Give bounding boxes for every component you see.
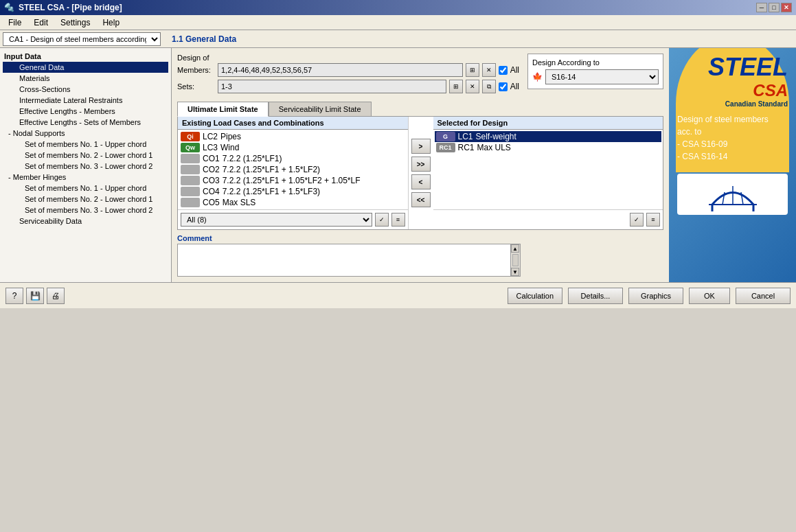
members-all-label: All — [510, 65, 519, 75]
tree-item-hinge-set1[interactable]: Set of members No. 1 - Upper chord — [3, 183, 168, 194]
existing-load-list: Qi LC2 Pipes Qw LC3 Wind CO1 7.2.2 — [178, 130, 408, 209]
selected-load-list: G LC1 Self-weight RC1 RC1 Max ULS — [433, 130, 663, 209]
item-code: CO5 — [203, 198, 220, 207]
sets-copy-btn[interactable]: ⧉ — [482, 80, 496, 93]
item-desc: Self-weight — [476, 132, 516, 141]
title-bar-left: 🔩 STEEL CSA - [Pipe bridge] — [4, 3, 122, 12]
members-row: Members: ⊞ ✕ All — [177, 63, 519, 77]
selected-panel-title: Selected for Design — [433, 117, 663, 130]
brand-canadian: Canadian Standard — [669, 100, 788, 108]
brand-steel: STEEL — [669, 54, 788, 81]
item-code: LC1 — [458, 132, 473, 141]
tree-item-materials[interactable]: Materials — [3, 73, 168, 84]
close-button[interactable]: ✕ — [781, 3, 792, 12]
bottom-left: ? 💾 🖨 — [5, 288, 65, 304]
design-according-dropdown[interactable]: S16-14 — [545, 69, 659, 84]
filter-dropdown[interactable]: All (8) — [181, 213, 372, 227]
load-cases-inner: Existing Load Cases and Combinations Qi … — [178, 117, 663, 229]
design-of-left: Design of Members: ⊞ ✕ All Sets: ⊞ ✕ — [177, 54, 519, 96]
branding-panel: STEEL CSA Canadian Standard Design of st… — [669, 48, 796, 282]
calculation-button[interactable]: Calculation — [508, 288, 562, 304]
selected-select-all-btn[interactable]: ✓ — [630, 213, 644, 227]
design-according-box: Design According to 🍁 S16-14 — [527, 54, 663, 89]
title-bar: 🔩 STEEL CSA - [Pipe bridge] ─ □ ✕ — [0, 0, 796, 15]
move-left-all-btn[interactable]: << — [411, 192, 431, 207]
members-select-btn[interactable]: ⊞ — [466, 63, 479, 77]
tab-ultimate[interactable]: Ultimate Limit State — [177, 102, 269, 117]
item-desc: Max SLS — [223, 198, 256, 207]
bottom-bar: ? 💾 🖨 Calculation Details... Graphics OK… — [0, 282, 796, 308]
toolbar-row: CA1 - Design of steel members according … — [0, 30, 796, 48]
save-icon-btn[interactable]: 💾 — [26, 288, 44, 304]
details-button[interactable]: Details... — [568, 288, 623, 304]
bridge-logo — [705, 177, 760, 211]
selected-item[interactable]: RC1 RC1 Max ULS — [435, 142, 662, 153]
tree-item-nodal-set1[interactable]: Set of members No. 1 - Upper chord — [3, 139, 168, 150]
ok-button[interactable]: OK — [689, 288, 730, 304]
list-item[interactable]: CO4 7.2.2 (1.25*LF1 + 1.5*LF3) — [179, 186, 407, 197]
item-code: CO4 — [203, 187, 220, 196]
sets-select-btn[interactable]: ⊞ — [449, 80, 463, 93]
menu-settings[interactable]: Settings — [55, 16, 95, 29]
badge-g: G — [436, 132, 455, 141]
list-item[interactable]: Qw LC3 Wind — [179, 142, 407, 153]
members-clear-btn[interactable]: ✕ — [482, 63, 496, 77]
tree-item-effective-lengths-sets[interactable]: Effective Lengths - Sets of Members — [3, 117, 168, 128]
help-icon-btn[interactable]: ? — [5, 288, 23, 304]
maximize-button[interactable]: □ — [769, 3, 780, 12]
item-desc: 7.2.2 (1.25*LF1 + 1.5*LF2) — [223, 165, 320, 174]
sets-input[interactable] — [218, 80, 446, 93]
tree-group-nodal-supports[interactable]: Nodal Supports — [3, 128, 168, 139]
sets-all-checkbox[interactable] — [499, 82, 508, 91]
sets-clear-btn[interactable]: ✕ — [466, 80, 479, 93]
move-right-btn[interactable]: > — [411, 139, 431, 154]
list-item[interactable]: CO5 Max SLS — [179, 197, 407, 208]
badge-co5 — [181, 198, 200, 207]
module-dropdown[interactable]: CA1 - Design of steel members according … — [3, 32, 161, 46]
minimize-button[interactable]: ─ — [756, 3, 767, 12]
tree-item-effective-lengths-members[interactable]: Effective Lengths - Members — [3, 106, 168, 117]
item-desc: 7.2.2 (1.25*LF1 + 1.5*LF3) — [223, 187, 320, 196]
sets-label: Sets: — [177, 82, 215, 91]
move-right-all-btn[interactable]: >> — [411, 157, 431, 172]
cancel-button[interactable]: Cancel — [736, 288, 791, 304]
move-left-btn[interactable]: < — [411, 174, 431, 189]
list-item[interactable]: CO3 7.2.2 (1.25*LF1 + 1.05*LF2 + 1.05*LF — [179, 175, 407, 186]
scroll-up-btn[interactable]: ▲ — [511, 244, 519, 253]
design-according-label: Design According to — [532, 58, 659, 67]
tree-item-nodal-set3[interactable]: Set of members No. 3 - Lower chord 2 — [3, 161, 168, 172]
item-code: CO2 — [203, 165, 220, 174]
tree-item-serviceability[interactable]: Serviceability Data — [3, 216, 168, 227]
list-item[interactable]: CO1 7.2.2 (1.25*LF1) — [179, 153, 407, 164]
select-all-btn[interactable]: ✓ — [375, 213, 389, 227]
selected-deselect-all-btn[interactable]: ≡ — [646, 213, 660, 227]
sets-all-checkbox-row: All — [499, 82, 519, 91]
design-of-section: Design of Members: ⊞ ✕ All Sets: ⊞ ✕ — [177, 54, 663, 96]
selected-item[interactable]: G LC1 Self-weight — [435, 131, 662, 142]
deselect-all-btn[interactable]: ≡ — [391, 213, 405, 227]
left-panel: Input Data General Data Materials Cross-… — [0, 48, 172, 282]
print-icon-btn[interactable]: 🖨 — [47, 288, 65, 304]
tab-serviceability[interactable]: Serviceability Limit State — [269, 102, 372, 117]
list-item[interactable]: CO2 7.2.2 (1.25*LF1 + 1.5*LF2) — [179, 164, 407, 175]
menu-edit[interactable]: Edit — [28, 16, 54, 29]
tree-item-hinge-set2[interactable]: Set of members No. 2 - Lower chord 1 — [3, 194, 168, 205]
scroll-down-btn[interactable]: ▼ — [511, 268, 519, 276]
tree-item-intermediate-lateral[interactable]: Intermediate Lateral Restraints — [3, 95, 168, 106]
list-item[interactable]: Qi LC2 Pipes — [179, 131, 407, 142]
comment-textarea[interactable] — [178, 244, 520, 276]
badge-co1 — [181, 154, 200, 163]
badge-rc1: RC1 — [436, 143, 455, 152]
menu-help[interactable]: Help — [97, 16, 125, 29]
members-all-checkbox[interactable] — [499, 66, 508, 75]
graphics-button[interactable]: Graphics — [628, 288, 683, 304]
tree-item-nodal-set2[interactable]: Set of members No. 2 - Lower chord 1 — [3, 150, 168, 161]
tree-item-general-data[interactable]: General Data — [3, 62, 168, 73]
comment-label: Comment — [177, 234, 521, 242]
tree-item-hinge-set3[interactable]: Set of members No. 3 - Lower chord 2 — [3, 205, 168, 216]
menu-file[interactable]: File — [3, 16, 27, 29]
tree-item-cross-sections[interactable]: Cross-Sections — [3, 84, 168, 95]
members-input[interactable] — [218, 63, 463, 77]
scroll-thumb — [512, 254, 519, 266]
tree-group-member-hinges[interactable]: Member Hinges — [3, 172, 168, 183]
